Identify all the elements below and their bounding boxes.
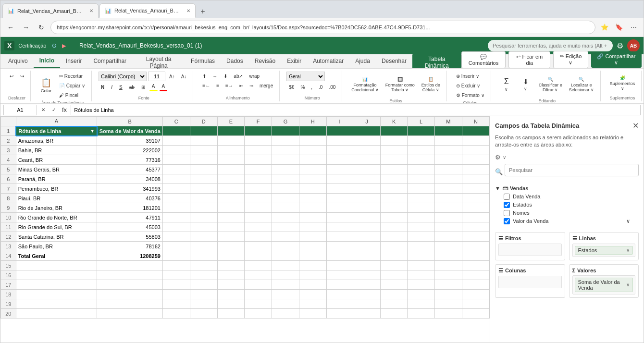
cell-reference-input[interactable] (3, 105, 37, 115)
pivot-field-valor-venda-checkbox[interactable] (504, 218, 510, 224)
format-cells-button[interactable]: ⚙ Formato ∨ (454, 91, 487, 99)
col-header-i[interactable]: I (326, 117, 353, 126)
col-header-e[interactable]: E (217, 117, 245, 126)
cell-b17[interactable] (97, 280, 163, 290)
cell-H8[interactable] (299, 194, 326, 203)
cell-H9[interactable] (299, 203, 326, 213)
cell-G1[interactable] (272, 126, 299, 136)
ribbon-tab-inserir[interactable]: Inserir (60, 54, 87, 68)
cell-D19[interactable] (190, 299, 217, 309)
pivot-rows-chip-estados[interactable]: Estados ∨ (575, 246, 633, 255)
cell-L11[interactable] (408, 222, 434, 232)
cell-K6[interactable] (380, 174, 408, 184)
cell-K17[interactable] (380, 280, 408, 290)
ribbon-tab-desenhar[interactable]: Desenhar (376, 54, 412, 68)
cell-J6[interactable] (353, 174, 380, 184)
cell-G11[interactable] (272, 222, 299, 232)
cell-D10[interactable] (190, 213, 217, 222)
cell-E13[interactable] (217, 242, 245, 251)
cell-C20[interactable] (162, 309, 190, 318)
cell-K14[interactable] (380, 251, 408, 261)
cell-E4[interactable] (217, 155, 245, 165)
cell-D3[interactable] (190, 146, 217, 155)
cell-L12[interactable] (408, 232, 434, 242)
cell-a9[interactable]: Rio de Janeiro, BR (16, 203, 97, 213)
cell-N12[interactable] (462, 232, 490, 242)
cell-I16[interactable] (326, 270, 353, 280)
cell-J12[interactable] (353, 232, 380, 242)
cell-K1[interactable] (380, 126, 408, 136)
cell-M4[interactable] (434, 155, 462, 165)
pivot-values-content[interactable]: Soma de Valor da Venda ∨ (572, 275, 636, 294)
cell-E18[interactable] (217, 290, 245, 299)
cell-H7[interactable] (299, 184, 326, 194)
cell-D9[interactable] (190, 203, 217, 213)
cell-M2[interactable] (434, 136, 462, 146)
edit-button[interactable]: ✏ Edição ∨ (553, 51, 588, 68)
cell-I8[interactable] (326, 194, 353, 203)
forward-button[interactable]: → (20, 21, 32, 34)
cell-H10[interactable] (299, 213, 326, 222)
format-table-button[interactable]: 🔲 Formatar comoTabela ∨ (383, 72, 417, 98)
cell-M6[interactable] (434, 174, 462, 184)
cell-E15[interactable] (217, 261, 245, 270)
cell-a15[interactable] (16, 261, 97, 270)
cell-H11[interactable] (299, 222, 326, 232)
cell-b11[interactable]: 45003 (97, 222, 163, 232)
cell-G12[interactable] (272, 232, 299, 242)
cell-G7[interactable] (272, 184, 299, 194)
cell-E20[interactable] (217, 309, 245, 318)
find-select-button[interactable]: 🔍 Localizar eSelecionar ∨ (567, 72, 596, 98)
cell-L17[interactable] (408, 280, 434, 290)
cell-a11[interactable]: Rio Grande do Sul, BR (16, 222, 97, 232)
cell-M1[interactable] (434, 126, 462, 136)
cell-G19[interactable] (272, 299, 299, 309)
cell-H16[interactable] (299, 270, 326, 280)
cell-N17[interactable] (462, 280, 490, 290)
number-format-select[interactable]: Geral (286, 72, 325, 81)
cell-E9[interactable] (217, 203, 245, 213)
cell-H1[interactable] (299, 126, 326, 136)
bottom-align-button[interactable]: ⬇ (221, 72, 230, 80)
cell-a5[interactable]: Minas Gerais, BR (16, 165, 97, 174)
cell-J19[interactable] (353, 299, 380, 309)
sum-button[interactable]: Σ ∨ (498, 72, 515, 98)
font-size-decrease-button[interactable]: A↓ (179, 72, 189, 81)
cell-D18[interactable] (190, 290, 217, 299)
cell-G20[interactable] (272, 309, 299, 318)
pivot-panel-close-button[interactable]: ✕ (632, 121, 639, 130)
cell-M13[interactable] (434, 242, 462, 251)
grid-container[interactable]: A B C D E F G H I J K L (0, 116, 490, 343)
cell-N20[interactable] (462, 309, 490, 318)
cell-E6[interactable] (217, 174, 245, 184)
cell-H3[interactable] (299, 146, 326, 155)
cell-I14[interactable] (326, 251, 353, 261)
cell-G16[interactable] (272, 270, 299, 280)
cell-N18[interactable] (462, 290, 490, 299)
cell-N15[interactable] (462, 261, 490, 270)
cell-C2[interactable] (162, 136, 190, 146)
cell-J18[interactable] (353, 290, 380, 299)
col-header-n[interactable]: N (462, 117, 490, 126)
cell-E16[interactable] (217, 270, 245, 280)
cell-b14[interactable]: 1208259 (97, 251, 163, 261)
comments-button[interactable]: 💬 Comentários (461, 51, 506, 68)
cell-L8[interactable] (408, 194, 434, 203)
cell-J17[interactable] (353, 280, 380, 290)
supplements-button[interactable]: 🧩 Suplementos∨ (607, 72, 638, 95)
cell-b3[interactable]: 222002 (97, 146, 163, 155)
cell-I15[interactable] (326, 261, 353, 270)
cell-a4[interactable]: Ceará, BR (16, 155, 97, 165)
tab-close-2[interactable]: ✕ (186, 8, 190, 13)
cell-a3[interactable]: Bahia, BR (16, 146, 97, 155)
cell-G2[interactable] (272, 136, 299, 146)
ribbon-tab-arquivo[interactable]: Arquivo (2, 54, 34, 68)
tab-close-1[interactable]: ✕ (89, 8, 93, 13)
cell-I11[interactable] (326, 222, 353, 232)
cell-L6[interactable] (408, 174, 434, 184)
cell-M9[interactable] (434, 203, 462, 213)
cell-I12[interactable] (326, 232, 353, 242)
cell-L20[interactable] (408, 309, 434, 318)
cell-C7[interactable] (162, 184, 190, 194)
thousand-sep-button[interactable]: , (309, 83, 315, 91)
